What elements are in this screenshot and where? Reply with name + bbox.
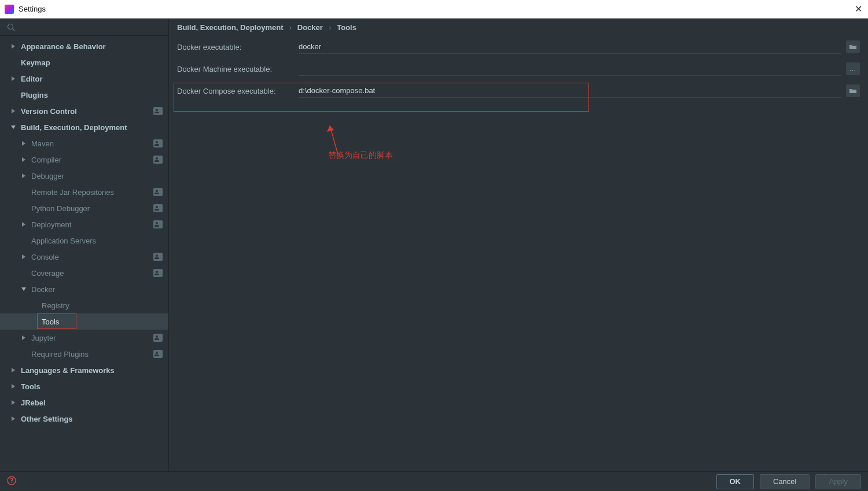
tree-item-application-servers[interactable]: Application Servers bbox=[0, 232, 168, 249]
tree-item-languages-frameworks[interactable]: Languages & Frameworks bbox=[0, 362, 168, 378]
tree-item-other-settings[interactable]: Other Settings bbox=[0, 411, 168, 427]
project-badge-icon bbox=[153, 139, 163, 147]
tree-item-label: Docker bbox=[31, 285, 163, 294]
breadcrumb: Build, Execution, Deployment › Docker › … bbox=[169, 19, 868, 36]
app-icon bbox=[5, 5, 14, 14]
project-badge-icon bbox=[153, 269, 163, 277]
tree-item-label: Languages & Frameworks bbox=[21, 366, 163, 375]
docker-compose-input[interactable] bbox=[299, 84, 841, 98]
project-badge-icon bbox=[153, 204, 163, 212]
browse-button[interactable] bbox=[846, 40, 860, 53]
svg-marker-4 bbox=[12, 109, 15, 113]
svg-marker-9 bbox=[22, 222, 25, 227]
search-icon bbox=[7, 23, 15, 31]
breadcrumb-item[interactable]: Build, Execution, Deployment bbox=[177, 23, 283, 32]
svg-point-0 bbox=[8, 24, 13, 29]
tree-item-label: Deployment bbox=[31, 220, 153, 229]
apply-button[interactable]: Apply bbox=[815, 474, 861, 489]
docker-compose-row: Docker Compose executable: bbox=[169, 80, 868, 102]
tree-item-compiler[interactable]: Compiler bbox=[0, 152, 168, 168]
svg-marker-14 bbox=[12, 384, 15, 389]
tree-item-label: Version Control bbox=[21, 107, 153, 116]
tree-item-debugger[interactable]: Debugger bbox=[0, 168, 168, 184]
cancel-button[interactable]: Cancel bbox=[760, 474, 810, 489]
tree-item-deployment[interactable]: Deployment bbox=[0, 216, 168, 232]
docker-machine-label: Docker Machine executable: bbox=[177, 65, 299, 73]
tree-item-plugins[interactable]: Plugins bbox=[0, 87, 168, 103]
main-panel: Build, Execution, Deployment › Docker › … bbox=[169, 19, 868, 471]
docker-machine-row: Docker Machine executable: … bbox=[169, 58, 868, 80]
arrow-placeholder bbox=[21, 238, 27, 243]
docker-compose-label: Docker Compose executable: bbox=[177, 87, 299, 95]
tree-item-label: Remote Jar Repositories bbox=[31, 188, 153, 197]
svg-point-20 bbox=[11, 482, 12, 483]
svg-marker-7 bbox=[22, 157, 25, 162]
arrow-placeholder bbox=[21, 205, 27, 211]
footer: OK Cancel Apply bbox=[0, 471, 868, 491]
chevron-right-icon bbox=[10, 108, 16, 114]
project-badge-icon bbox=[153, 107, 163, 115]
tree-item-coverage[interactable]: Coverage bbox=[0, 265, 168, 281]
arrow-placeholder bbox=[21, 351, 27, 357]
tree-item-label: Other Settings bbox=[21, 415, 163, 423]
search-input[interactable] bbox=[19, 23, 161, 31]
tree-item-jrebel[interactable]: JRebel bbox=[0, 394, 168, 411]
svg-marker-2 bbox=[12, 44, 15, 49]
more-button[interactable]: … bbox=[846, 62, 860, 75]
docker-exec-input[interactable] bbox=[299, 40, 841, 54]
annotation-text: 替换为自己的脚本 bbox=[328, 150, 393, 161]
breadcrumb-item[interactable]: Docker bbox=[297, 23, 323, 32]
tree-item-editor[interactable]: Editor bbox=[0, 71, 168, 87]
tree-item-python-debugger[interactable]: Python Debugger bbox=[0, 200, 168, 216]
tree-item-build-execution-deployment[interactable]: Build, Execution, Deployment bbox=[0, 119, 168, 135]
tree-item-label: Console bbox=[31, 253, 153, 261]
svg-line-1 bbox=[13, 28, 15, 31]
tree-item-console[interactable]: Console bbox=[0, 249, 168, 265]
tree-item-tools[interactable]: Tools bbox=[0, 313, 168, 330]
tree-item-label: Maven bbox=[31, 139, 153, 148]
svg-line-17 bbox=[330, 125, 338, 154]
breadcrumb-sep: › bbox=[289, 23, 291, 32]
tree-item-jupyter[interactable]: Jupyter bbox=[0, 330, 168, 346]
project-badge-icon bbox=[153, 188, 163, 196]
tree-item-registry[interactable]: Registry bbox=[0, 297, 168, 313]
ok-button[interactable]: OK bbox=[716, 474, 755, 489]
arrow-placeholder bbox=[10, 92, 16, 98]
chevron-right-icon bbox=[10, 76, 16, 82]
tree-item-label: Coverage bbox=[31, 269, 153, 278]
tree-item-label: Registry bbox=[42, 301, 163, 310]
docker-exec-label: Docker executable: bbox=[177, 43, 299, 51]
tree-item-label: Keymap bbox=[21, 58, 163, 67]
svg-marker-5 bbox=[11, 125, 16, 129]
close-icon[interactable]: ✕ bbox=[855, 3, 862, 14]
tree-item-required-plugins[interactable]: Required Plugins bbox=[0, 346, 168, 362]
tree-item-label: Compiler bbox=[31, 156, 153, 164]
browse-button[interactable] bbox=[846, 84, 860, 97]
chevron-right-icon bbox=[21, 221, 27, 227]
tree-item-label: Appearance & Behavior bbox=[21, 42, 163, 51]
chevron-right-icon bbox=[21, 157, 27, 163]
tree-item-appearance-behavior[interactable]: Appearance & Behavior bbox=[0, 38, 168, 54]
chevron-right-icon bbox=[21, 173, 27, 179]
docker-exec-row: Docker executable: bbox=[169, 36, 868, 58]
tree-item-tools[interactable]: Tools bbox=[0, 378, 168, 394]
svg-marker-3 bbox=[12, 76, 15, 81]
tree-item-maven[interactable]: Maven bbox=[0, 135, 168, 152]
project-badge-icon bbox=[153, 334, 163, 342]
arrow-placeholder bbox=[21, 270, 27, 276]
project-badge-icon bbox=[153, 156, 163, 164]
help-icon[interactable] bbox=[7, 476, 16, 487]
docker-machine-input[interactable] bbox=[299, 62, 841, 76]
tree-item-version-control[interactable]: Version Control bbox=[0, 103, 168, 119]
sidebar: Appearance & BehaviorKeymapEditorPlugins… bbox=[0, 19, 169, 471]
svg-marker-13 bbox=[12, 368, 15, 372]
chevron-right-icon bbox=[21, 141, 27, 146]
search-row bbox=[0, 19, 168, 36]
window-title: Settings bbox=[19, 5, 46, 13]
tree-item-keymap[interactable]: Keymap bbox=[0, 54, 168, 71]
chevron-right-icon bbox=[10, 383, 16, 389]
tree-item-remote-jar-repositories[interactable]: Remote Jar Repositories bbox=[0, 184, 168, 200]
project-badge-icon bbox=[153, 253, 163, 261]
tree-item-docker[interactable]: Docker bbox=[0, 281, 168, 297]
chevron-right-icon bbox=[10, 416, 16, 422]
